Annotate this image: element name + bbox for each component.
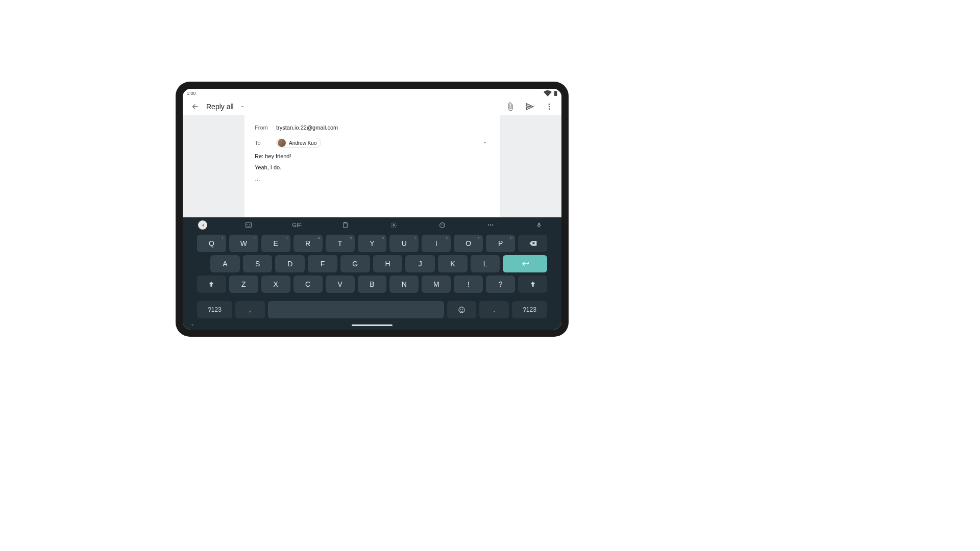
key-t[interactable]: T5 [326,235,355,252]
send-icon[interactable] [524,101,536,113]
period-key[interactable]: . [479,301,509,318]
svg-point-21 [462,309,463,310]
key-g[interactable]: G [340,255,370,272]
svg-point-13 [443,223,443,224]
svg-rect-0 [554,91,557,96]
to-row[interactable]: To Andrew Kuo [255,138,489,148]
svg-point-4 [549,108,550,110]
onscreen-keyboard: GIF Q1W2E3R4 [183,217,561,330]
svg-point-10 [393,224,395,226]
key-question[interactable]: ? [486,276,515,293]
svg-point-17 [492,224,493,226]
key-s[interactable]: S [243,255,273,272]
svg-point-7 [249,224,250,225]
more-menu-icon[interactable] [543,101,555,113]
key-u[interactable]: U7 [389,235,419,252]
key-d[interactable]: D [275,255,305,272]
key-b[interactable]: B [358,276,387,293]
enter-key[interactable] [503,255,547,272]
numbers-key-left[interactable]: ?123 [197,301,232,318]
keyboard-collapse-icon[interactable] [198,220,207,230]
expand-recipients-icon[interactable] [482,140,489,145]
key-c[interactable]: C [293,276,323,293]
from-label: From [255,124,269,131]
compose-card: From trystan.io.22@gmail.com To Andrew K… [244,115,500,217]
key-z[interactable]: Z [229,276,258,293]
svg-rect-18 [538,223,540,226]
svg-point-11 [439,222,445,228]
key-h[interactable]: H [373,255,403,272]
back-arrow-icon[interactable] [189,101,201,113]
recipient-name: Andrew Kuo [289,140,316,146]
key-y[interactable]: Y6 [358,235,387,252]
svg-point-12 [441,224,442,224]
keyboard-row-3: ZXCVBNM!? [197,276,547,293]
theme-icon[interactable] [435,219,449,231]
tablet-screen: 1:00 Reply all [183,89,561,330]
key-w[interactable]: W2 [229,235,258,252]
nav-bar [183,320,561,330]
keyboard-toolbar: GIF [183,217,561,233]
shift-key-left[interactable] [197,276,226,293]
settings-icon[interactable] [386,219,401,231]
gif-button[interactable]: GIF [290,219,304,231]
backspace-key[interactable] [518,235,547,252]
keyboard-row-4: ?123 , . ?123 [183,301,561,320]
status-time: 1:00 [187,91,196,96]
recipient-chip[interactable]: Andrew Kuo [276,138,321,148]
svg-point-16 [490,224,491,226]
shift-key-right[interactable] [518,276,547,293]
svg-point-19 [459,307,464,312]
content-area: From trystan.io.22@gmail.com To Andrew K… [183,115,561,217]
svg-point-6 [247,224,248,225]
svg-rect-1 [555,91,556,91]
svg-point-15 [488,224,489,226]
key-x[interactable]: X [261,276,290,293]
to-label: To [255,140,269,146]
key-o[interactable]: O9 [454,235,483,252]
sticker-icon[interactable] [241,219,256,231]
key-bang[interactable]: ! [454,276,483,293]
status-bar: 1:00 [183,89,561,98]
svg-rect-5 [246,222,252,228]
key-v[interactable]: V [326,276,355,293]
key-n[interactable]: N [389,276,419,293]
mic-icon[interactable] [532,219,546,231]
comma-key[interactable]: , [235,301,265,318]
key-m[interactable]: M [422,276,451,293]
numbers-key-right[interactable]: ?123 [512,301,547,318]
wifi-icon [544,89,552,97]
title-dropdown-icon[interactable] [239,101,246,113]
keyboard-row-2: ASDFGHJKL [197,255,547,272]
svg-rect-9 [344,222,346,223]
key-i[interactable]: I8 [422,235,451,252]
key-k[interactable]: K [438,255,468,272]
from-row[interactable]: From trystan.io.22@gmail.com [255,122,489,133]
page-title: Reply all [206,103,234,111]
home-pill[interactable] [352,324,393,326]
key-l[interactable]: L [471,255,500,272]
keyboard-hide-icon[interactable] [190,322,195,328]
attach-icon[interactable] [504,101,517,113]
key-f[interactable]: F [308,255,337,272]
clipboard-icon[interactable] [338,219,353,231]
space-key[interactable] [268,301,444,318]
svg-point-2 [549,104,550,105]
svg-rect-8 [344,222,348,228]
key-a[interactable]: A [210,255,240,272]
app-bar: Reply all [183,98,561,115]
subject-field[interactable]: Re: hey friend! [255,153,489,159]
quoted-text-toggle[interactable]: … [255,176,489,182]
key-j[interactable]: J [405,255,435,272]
svg-point-14 [443,225,444,226]
more-icon[interactable] [483,219,498,231]
keyboard-row-1: Q1W2E3R4T5Y6U7I8O9P0 [197,235,547,252]
from-value: trystan.io.22@gmail.com [276,124,338,131]
emoji-key[interactable] [447,301,477,318]
key-q[interactable]: Q1 [197,235,226,252]
svg-point-20 [460,309,461,310]
key-r[interactable]: R4 [293,235,323,252]
key-p[interactable]: P0 [486,235,515,252]
body-field[interactable]: Yeah, I do. [255,164,489,170]
key-e[interactable]: E3 [261,235,290,252]
